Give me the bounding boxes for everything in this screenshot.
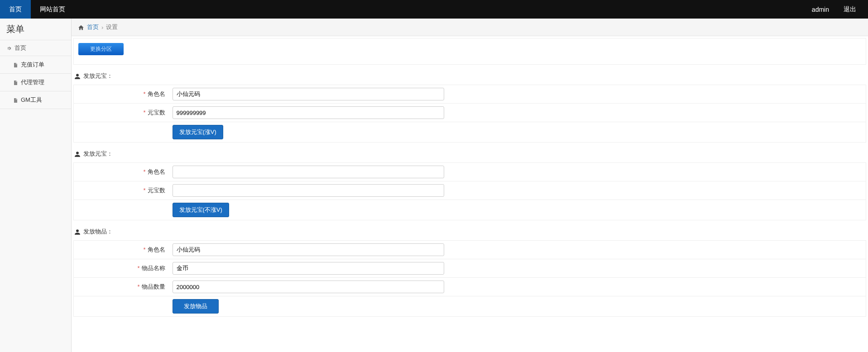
amount-input[interactable]	[173, 106, 444, 119]
item-name-input[interactable]	[173, 262, 444, 275]
label-role: *角色名	[74, 241, 169, 259]
submit-yuanbao-vip-button[interactable]: 发放元宝(涨V)	[173, 125, 223, 139]
item-qty-input[interactable]	[173, 281, 444, 293]
topbar-left: 首页 网站首页	[0, 0, 74, 19]
breadcrumb-current: 设置	[106, 23, 118, 31]
label-amount-text: 元宝数	[148, 109, 165, 116]
role-input[interactable]	[173, 243, 444, 256]
menu-item-agent[interactable]: 代理管理	[0, 74, 71, 91]
label-role-text: 角色名	[148, 90, 165, 97]
label-amount: *元宝数	[74, 181, 169, 200]
breadcrumb-sep: ›	[101, 24, 103, 31]
menu-item-gmtool[interactable]: GM工具	[0, 91, 71, 109]
doc-icon	[13, 79, 18, 86]
content: 首页 › 设置 更换分区 发放元宝： *角色名 *元宝数	[72, 19, 868, 352]
topbar-logout[interactable]: 退出	[836, 0, 863, 19]
label-role: *角色名	[74, 85, 169, 104]
label-role-text: 角色名	[148, 246, 165, 253]
user-icon	[74, 72, 81, 80]
doc-icon	[13, 97, 18, 104]
menu-item-label: 充值订单	[21, 61, 44, 69]
section-title: 发放元宝：	[73, 148, 866, 162]
form-table: *角色名 *物品名称 *物品数量 发放物品	[73, 240, 866, 317]
section-title: 发放元宝：	[73, 70, 866, 85]
section-item: 发放物品： *角色名 *物品名称 *物品数量 发放物品	[73, 226, 866, 317]
section-yuanbao-novip: 发放元宝： *角色名 *元宝数 发放元宝(不涨V)	[73, 148, 866, 220]
sidebar-title: 菜单	[0, 19, 71, 40]
menu-item-label: GM工具	[21, 96, 42, 104]
section-title-text: 发放物品：	[83, 228, 113, 236]
label-item: *物品名称	[74, 259, 169, 278]
label-item-text: 物品名称	[142, 265, 165, 271]
label-qty-text: 物品数量	[142, 283, 165, 290]
form-table: *角色名 *元宝数 发放元宝(涨V)	[73, 85, 866, 143]
label-qty: *物品数量	[74, 278, 169, 296]
topbar-user-label: admin	[812, 6, 829, 13]
gear-icon	[6, 45, 12, 52]
nav-home-label: 首页	[9, 5, 22, 14]
nav-site-home[interactable]: 网站首页	[31, 0, 74, 19]
amount-input[interactable]	[173, 184, 444, 197]
user-icon	[74, 150, 81, 157]
menu-head[interactable]: 首页	[0, 40, 71, 56]
layout: 菜单 首页 充值订单 代理管理 GM工具	[0, 19, 868, 352]
nav-site-home-label: 网站首页	[40, 5, 65, 14]
sidebar: 菜单 首页 充值订单 代理管理 GM工具	[0, 19, 72, 352]
topbar-logout-label: 退出	[844, 5, 856, 14]
section-title-text: 发放元宝：	[83, 150, 113, 158]
home-icon	[78, 24, 84, 31]
panel-zone: 更换分区	[73, 38, 866, 65]
doc-icon	[13, 62, 18, 68]
submit-item-button[interactable]: 发放物品	[173, 299, 219, 314]
menu-head-label: 首页	[14, 44, 26, 52]
role-input[interactable]	[173, 88, 444, 100]
breadcrumb: 首页 › 设置	[72, 19, 868, 36]
label-role: *角色名	[74, 163, 169, 181]
label-role-text: 角色名	[148, 168, 165, 175]
topbar-user[interactable]: admin	[805, 0, 836, 19]
topbar: 首页 网站首页 admin 退出	[0, 0, 868, 19]
user-icon	[74, 228, 81, 235]
label-amount: *元宝数	[74, 104, 169, 122]
section-title: 发放物品：	[73, 226, 866, 240]
change-zone-button[interactable]: 更换分区	[78, 43, 124, 55]
section-title-text: 发放元宝：	[83, 72, 113, 80]
label-amount-text: 元宝数	[148, 187, 165, 194]
topbar-right: admin 退出	[805, 0, 868, 19]
nav-home[interactable]: 首页	[0, 0, 31, 19]
menu-item-label: 代理管理	[21, 78, 44, 86]
section-yuanbao-vip: 发放元宝： *角色名 *元宝数 发放元宝(涨V)	[73, 70, 866, 143]
form-table: *角色名 *元宝数 发放元宝(不涨V)	[73, 162, 866, 220]
menu-item-recharge[interactable]: 充值订单	[0, 56, 71, 74]
role-input[interactable]	[173, 166, 444, 178]
breadcrumb-home-link[interactable]: 首页	[87, 23, 99, 31]
submit-yuanbao-novip-button[interactable]: 发放元宝(不涨V)	[173, 203, 229, 217]
